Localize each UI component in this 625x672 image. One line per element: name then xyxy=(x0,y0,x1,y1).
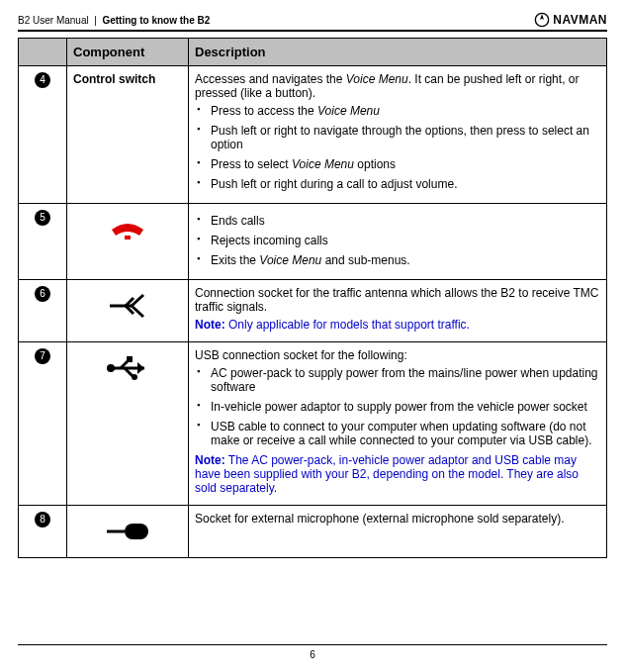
header-left: B2 User Manual | Getting to know the B2 xyxy=(18,15,210,26)
desc-intro: Connection socket for the traffic antenn… xyxy=(195,286,600,314)
col-blank xyxy=(19,39,67,66)
section-title: Getting to know the B2 xyxy=(102,15,210,26)
usb-icon xyxy=(73,348,182,388)
description-cell: USB connection socket for the following:… xyxy=(189,342,607,506)
table-row: 8 Socket for external microphone (extern… xyxy=(19,506,607,558)
desc-intro: Accesses and navigates the Voice Menu. I… xyxy=(195,72,600,100)
row-number: 6 xyxy=(35,286,50,302)
svg-rect-9 xyxy=(127,356,133,362)
description-cell: Ends calls Rejects incoming calls Exits … xyxy=(189,204,607,280)
brand-text: NAVMAN xyxy=(553,13,607,27)
brand-logo: NAVMAN xyxy=(534,12,607,28)
svg-line-4 xyxy=(132,306,143,317)
row-number: 8 xyxy=(35,512,50,528)
table-row: 4 Control switch Accesses and navigates … xyxy=(19,66,607,204)
list-item: In-vehicle power adaptor to supply power… xyxy=(195,400,600,420)
page-header: B2 User Manual | Getting to know the B2 … xyxy=(18,10,607,32)
list-item: Press to select Voice Menu options xyxy=(195,157,600,177)
col-description: Description xyxy=(189,39,607,66)
antenna-icon xyxy=(73,286,182,326)
list-item: Exits the Voice Menu and sub-menus. xyxy=(195,253,600,273)
navman-icon xyxy=(534,12,550,28)
desc-intro: USB connection socket for the following: xyxy=(195,348,600,362)
list-item: Push left or right during a call to adju… xyxy=(195,177,600,197)
table-row: 7 USB connection socket for the followin… xyxy=(19,342,607,506)
page-number: 6 xyxy=(310,649,315,660)
list-item: Press to access the Voice Menu xyxy=(195,104,600,124)
mic-icon xyxy=(73,512,182,551)
desc-note: Note: The AC power-pack, in-vehicle powe… xyxy=(195,453,600,495)
row-number: 4 xyxy=(35,72,50,88)
list-item: AC power-pack to supply power from the m… xyxy=(195,366,600,400)
svg-point-10 xyxy=(132,374,137,380)
desc-note: Note: Only applicable for models that su… xyxy=(195,318,600,332)
row-number: 5 xyxy=(35,210,50,226)
description-cell: Connection socket for the traffic antenn… xyxy=(189,280,607,342)
description-cell: Accesses and navigates the Voice Menu. I… xyxy=(189,66,607,204)
page-footer: 6 xyxy=(18,644,607,660)
list-item: Rejects incoming calls xyxy=(195,234,600,253)
hangup-icon xyxy=(73,210,182,249)
list-item: Ends calls xyxy=(195,214,600,234)
table-row: 5 Ends calls Rejects incoming calls Exit… xyxy=(19,204,607,280)
component-table: Component Description 4 Control switch A… xyxy=(18,38,607,558)
col-component: Component xyxy=(67,39,189,66)
svg-rect-1 xyxy=(125,236,131,240)
list-item: USB cable to connect to your computer wh… xyxy=(195,420,600,453)
list-item: Push left or right to navigate through t… xyxy=(195,124,600,157)
description-cell: Socket for external microphone (external… xyxy=(189,506,607,558)
row-number: 7 xyxy=(35,348,50,364)
svg-line-3 xyxy=(132,295,143,306)
doc-title: B2 User Manual xyxy=(18,15,89,26)
component-name: Control switch xyxy=(67,66,189,204)
desc-intro: Socket for external microphone (external… xyxy=(195,512,600,526)
table-row: 6 Connection socket for the traffic ante… xyxy=(19,280,607,342)
svg-rect-12 xyxy=(125,524,148,539)
